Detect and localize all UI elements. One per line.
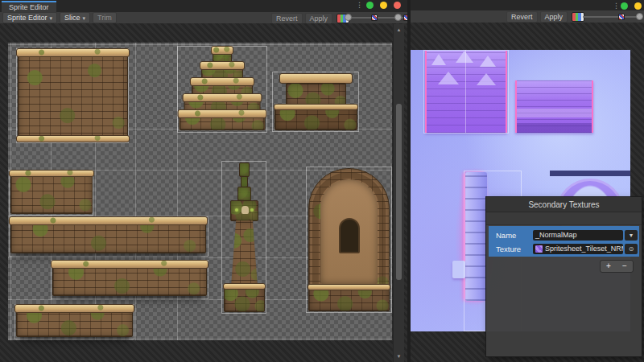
mip-slider-knob[interactable]	[394, 14, 402, 21]
nm-sprite-outline	[423, 50, 509, 134]
arch-base-plinth	[308, 286, 390, 311]
texture-object-field[interactable]: Spritesheet_Tileset_NRM	[533, 244, 623, 254]
chevron-down-icon: ▾	[83, 15, 86, 21]
ledge-capstones	[14, 304, 134, 313]
vertical-scrollbar[interactable]: ▲ ▼	[393, 24, 404, 362]
sprite-ledge-short[interactable]	[16, 306, 133, 337]
trim-label: Trim	[97, 14, 112, 22]
object-picker-button[interactable]: ⊙	[625, 244, 638, 254]
right-toolbar: Revert Apply	[411, 10, 644, 23]
apply-label: Apply	[545, 13, 564, 21]
slice-menu-label: Slice	[64, 14, 80, 22]
apply-label: Apply	[310, 14, 328, 23]
pyramid-capstones	[200, 61, 245, 70]
pillar-spire	[237, 187, 251, 201]
sprite-stepped-pyramid[interactable]	[179, 47, 265, 130]
arch-base-ledge	[308, 284, 390, 290]
pillar-skull-capital	[230, 200, 258, 221]
panel-header-row	[486, 212, 642, 225]
sprite-wall-strip[interactable]	[10, 171, 93, 214]
pillar-base-ledge	[223, 283, 266, 290]
pillar-shaft	[229, 220, 259, 288]
scroll-down-icon[interactable]: ▼	[394, 352, 404, 360]
revert-button[interactable]: Revert	[506, 11, 538, 23]
glow-eye-icon	[235, 208, 238, 212]
ledge-capstones	[9, 216, 208, 225]
window-dot-green-icon[interactable]	[366, 2, 374, 9]
sprite-editor-menu-label: Sprite Editor	[7, 14, 47, 22]
grid-line	[8, 44, 392, 45]
nm-grid-line	[465, 50, 466, 133]
texture-label: Texture	[489, 245, 533, 253]
pyramid-capstones	[190, 77, 254, 86]
zoom-mip-sliders	[345, 12, 407, 23]
pyramid-capstones	[177, 109, 266, 118]
wall-base-stones	[16, 135, 130, 142]
window-dot-yellow-icon[interactable]	[380, 2, 387, 9]
list-add-remove-box: + −	[600, 260, 634, 273]
revert-button[interactable]: Revert	[271, 13, 303, 24]
texture-thumbnail-icon	[535, 245, 543, 253]
left-toolbar: Sprite Editor ▾ Slice ▾ Trim Revert Appl…	[0, 12, 407, 24]
chevron-down-icon: ▾	[50, 15, 53, 21]
name-value: _NormalMap	[535, 231, 577, 239]
left-texture-viewport[interactable]: ▲ ▼	[0, 23, 407, 362]
texture-row: Texture Spritesheet_Tileset_NRM ⊙	[489, 242, 639, 255]
trim-button[interactable]: Trim	[93, 12, 117, 23]
sprite-stone-wall-large[interactable]	[18, 50, 128, 142]
pyramid-capstones	[211, 46, 233, 55]
pyramid-tier	[179, 111, 265, 130]
name-dropdown[interactable]: _NormalMap	[533, 230, 623, 241]
pyramid-capstones	[182, 93, 262, 102]
window-dot-red-icon[interactable]	[394, 2, 401, 9]
scroll-up-icon[interactable]: ▲	[394, 26, 404, 34]
chevron-down-icon: ▾	[630, 232, 633, 239]
zoom-slider-knob[interactable]	[636, 13, 643, 20]
add-entry-button[interactable]: +	[601, 261, 617, 272]
pillar-base	[224, 285, 265, 312]
zoom-slider-knob[interactable]	[345, 14, 352, 21]
window-menu-icon[interactable]: ⋮	[613, 2, 620, 10]
slice-menu-button[interactable]: Slice ▾	[60, 12, 90, 23]
tab-sprite-editor[interactable]: Sprite Editor	[2, 1, 56, 12]
wall-strip-capstones	[9, 170, 94, 177]
object-picker-icon: ⊙	[629, 245, 634, 253]
texture-value: Spritesheet_Tileset_NRM	[545, 245, 623, 253]
sprite-ledge-middle[interactable]	[52, 261, 207, 296]
secondary-textures-panel: Secondary Textures Name _NormalMap ▾ Tex…	[486, 197, 642, 356]
window-dot-green-icon[interactable]	[621, 2, 628, 10]
zoom-mip-sliders	[583, 10, 644, 23]
slider-track[interactable]	[583, 16, 642, 18]
apply-button[interactable]: Apply	[305, 13, 333, 24]
remove-entry-button[interactable]: −	[617, 261, 633, 272]
pillar-spire	[239, 162, 250, 177]
scrollbar-thumb[interactable]	[396, 104, 402, 280]
sprite-arch-doorway[interactable]	[308, 168, 390, 311]
right-toolbar-cluster: Revert Apply	[504, 11, 584, 23]
nm-arch-band	[550, 171, 630, 176]
name-dropdown-arrow[interactable]: ▾	[625, 230, 638, 241]
window-dot-yellow-icon[interactable]	[634, 2, 642, 10]
revert-label: Revert	[511, 13, 533, 21]
name-row: Name _NormalMap ▾	[489, 228, 639, 241]
right-window-tabbar: ⋮	[411, 0, 644, 10]
sprite-ledge-long[interactable]	[10, 218, 206, 253]
skull-icon	[242, 206, 249, 214]
sprite-editor-menu-button[interactable]: Sprite Editor ▾	[2, 12, 57, 23]
secondary-texture-entry[interactable]: Name _NormalMap ▾ Texture Spritesheet_Ti…	[489, 226, 639, 257]
panel-title-label: Secondary Textures	[528, 200, 599, 209]
nm-platform-block	[515, 80, 593, 133]
sprite-altar-platform[interactable]	[275, 73, 357, 130]
altar-base-block	[275, 105, 357, 130]
arch-niche-window	[339, 218, 360, 253]
apply-button[interactable]: Apply	[540, 11, 568, 23]
ledge-capstones	[51, 260, 208, 269]
pillar-spire	[241, 176, 248, 187]
window-menu-icon[interactable]: ⋮	[356, 1, 363, 9]
wall-capstones	[16, 48, 130, 57]
mip-texture-small-icon	[371, 14, 378, 21]
name-label: Name	[489, 231, 533, 240]
altar-base-ledge	[274, 104, 358, 110]
left-toolbar-right-cluster: Revert Apply	[269, 13, 349, 24]
sprite-carved-pillar[interactable]	[224, 162, 265, 312]
